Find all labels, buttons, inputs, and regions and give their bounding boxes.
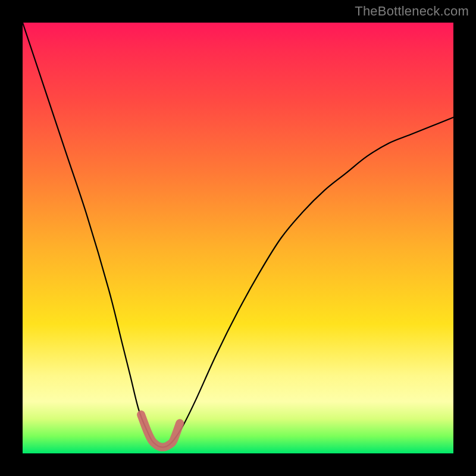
plot-area — [23, 23, 453, 453]
chart-frame: TheBottleneck.com — [0, 0, 476, 476]
watermark-text: TheBottleneck.com — [355, 4, 469, 19]
bottleneck-curve — [23, 23, 453, 447]
optimal-region-highlight — [141, 415, 180, 447]
curve-layer — [23, 23, 453, 453]
